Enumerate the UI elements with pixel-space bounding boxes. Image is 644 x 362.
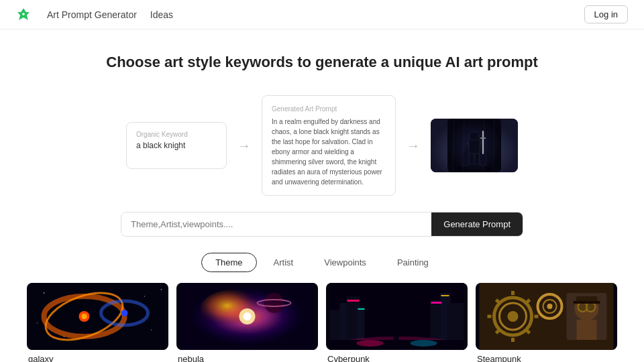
tab-theme[interactable]: Theme <box>201 253 256 272</box>
knight-svg <box>447 119 501 172</box>
logo-icon <box>16 7 31 22</box>
svg-rect-10 <box>482 131 484 154</box>
svg-rect-45 <box>330 340 464 350</box>
grid-item-galaxy[interactable]: galaxy <box>27 283 168 362</box>
grid-thumb-nebula <box>176 283 318 350</box>
svg-point-30 <box>264 293 284 313</box>
svg-point-20 <box>144 296 145 296</box>
grid-label-steampunk: Steampunk <box>476 354 617 362</box>
svg-point-22 <box>151 330 152 330</box>
demo-organic-label: Organic Keyword <box>136 131 217 138</box>
svg-rect-40 <box>347 300 360 302</box>
grid-item-nebula[interactable]: nebula <box>176 283 318 362</box>
grid-item-cyberpunk[interactable]: Cyberpunk <box>326 283 468 362</box>
prompt-input[interactable] <box>121 213 431 236</box>
demo-organic-box: Organic Keyword a black knight <box>126 122 227 169</box>
svg-point-16 <box>82 314 87 319</box>
grid-thumb-steampunk <box>476 283 617 350</box>
prompt-input-wrap: Generate Prompt <box>121 212 523 237</box>
login-button[interactable]: Log in <box>584 5 628 23</box>
grid-label-nebula: nebula <box>176 354 318 362</box>
svg-rect-6 <box>469 139 480 154</box>
art-grid: galaxy nebula <box>0 283 644 362</box>
svg-rect-43 <box>441 295 449 296</box>
grid-label-cyberpunk: Cyberpunk <box>326 354 468 362</box>
svg-rect-8 <box>470 154 474 164</box>
nav-link-art-prompt[interactable]: Art Prompt Generator <box>47 9 137 20</box>
svg-rect-73 <box>576 296 598 302</box>
svg-line-59 <box>527 330 530 333</box>
svg-rect-42 <box>431 302 442 304</box>
svg-rect-11 <box>480 137 486 139</box>
svg-line-61 <box>527 300 530 303</box>
hero-section: Choose art style keywords to generate a … <box>0 29 644 84</box>
svg-point-53 <box>508 311 519 322</box>
svg-point-0 <box>22 13 25 15</box>
svg-line-58 <box>496 300 500 303</box>
tabs-row: Theme Artist Viewpoints Painting <box>0 253 644 283</box>
svg-point-19 <box>44 292 45 294</box>
arrow-icon-2: → <box>407 138 420 154</box>
grid-thumb-galaxy <box>27 283 168 350</box>
tab-painting[interactable]: Painting <box>383 253 443 272</box>
generate-button[interactable]: Generate Prompt <box>431 213 523 236</box>
svg-point-23 <box>37 322 38 323</box>
demo-image <box>431 119 518 172</box>
grid-thumb-cyberpunk <box>326 283 468 350</box>
demo-organic-value: a black knight <box>136 141 217 150</box>
prompt-demo: Organic Keyword a black knight → Generat… <box>0 84 644 212</box>
svg-line-60 <box>496 330 500 333</box>
svg-rect-41 <box>358 308 365 310</box>
svg-point-72 <box>588 304 594 310</box>
demo-generated-box: Generated Art Prompt In a realm engulfed… <box>262 95 396 196</box>
svg-rect-67 <box>577 320 597 340</box>
svg-rect-74 <box>574 301 600 304</box>
svg-point-24 <box>161 289 162 290</box>
tab-viewpoints[interactable]: Viewpoints <box>310 253 380 272</box>
nav-links: Art Prompt Generator Ideas <box>47 9 173 20</box>
svg-point-29 <box>244 312 252 320</box>
svg-rect-48 <box>394 323 399 340</box>
demo-generated-label: Generated Art Prompt <box>272 104 386 114</box>
grid-item-steampunk[interactable]: Steampunk <box>476 283 617 362</box>
svg-point-18 <box>121 310 128 316</box>
demo-generated-text: In a realm engulfed by darkness and chao… <box>272 117 386 187</box>
svg-point-47 <box>411 340 437 347</box>
grid-label-galaxy: galaxy <box>27 354 168 362</box>
demo-image-inner <box>431 119 518 172</box>
tab-artist[interactable]: Artist <box>260 253 308 272</box>
nav-left: Art Prompt Generator Ideas <box>16 7 173 22</box>
navbar: Art Prompt Generator Ideas Log in <box>0 0 644 29</box>
input-row: Generate Prompt <box>0 212 644 253</box>
nav-link-ideas[interactable]: Ideas <box>150 9 173 20</box>
nav-logo <box>16 7 31 22</box>
svg-rect-7 <box>470 132 479 140</box>
svg-point-46 <box>357 340 384 347</box>
svg-point-27 <box>201 290 268 330</box>
arrow-icon-1: → <box>237 138 251 154</box>
svg-point-49 <box>394 318 399 323</box>
svg-point-64 <box>547 304 553 309</box>
svg-point-71 <box>580 304 586 310</box>
svg-point-21 <box>64 336 64 337</box>
hero-title: Choose art style keywords to generate a … <box>16 54 628 71</box>
svg-rect-9 <box>475 154 479 164</box>
